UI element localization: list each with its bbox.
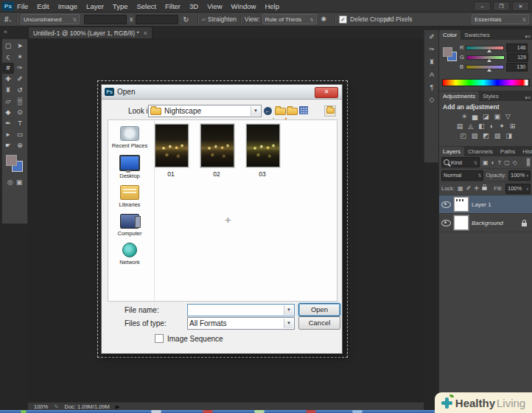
taskbar-item[interactable] (306, 410, 316, 413)
taskbar-item[interactable] (352, 410, 363, 413)
chevron-down-icon[interactable]: ▼ (284, 305, 293, 315)
tool-history-brush[interactable]: ↺ (14, 85, 26, 96)
gradient-map-icon[interactable]: ◨ (505, 131, 512, 141)
fill-value[interactable]: 100%▾ (505, 184, 531, 194)
menu-select[interactable]: Select (136, 2, 155, 10)
foreground-color-swatch[interactable] (6, 155, 17, 166)
filter-pixel-icon[interactable]: ▣ (483, 159, 489, 166)
background-thumbnail[interactable] (454, 215, 469, 230)
tool-clone-stamp[interactable]: ♜ (2, 85, 14, 96)
chevron-down-icon[interactable]: ▼ (284, 319, 293, 328)
open-button[interactable]: Open (298, 303, 340, 316)
menu-filter[interactable]: Filter (165, 2, 181, 10)
hue-saturation-icon[interactable]: ▤ (457, 122, 463, 131)
tab-layers[interactable]: Layers (439, 147, 464, 156)
lock-paint-icon[interactable]: ✐ (466, 185, 472, 192)
taskbar-item[interactable] (203, 410, 213, 413)
tool-dodge[interactable]: ⊙ (14, 107, 26, 118)
place-network[interactable]: Network (108, 243, 151, 266)
start-orb-icon[interactable] (21, 410, 27, 413)
tab-swatches[interactable]: Swatches (461, 30, 494, 40)
opacity-value[interactable]: 100%▾ (508, 170, 531, 181)
filter-type-icon[interactable]: T (497, 159, 501, 166)
crop-width-field[interactable] (84, 15, 127, 24)
file-thumbnail-01[interactable] (155, 124, 189, 167)
visibility-eye-icon[interactable] (441, 201, 451, 208)
blend-mode-dropdown[interactable]: Normal⇅ (441, 170, 483, 181)
quick-mask-icon[interactable]: ◎ (7, 178, 13, 186)
place-libraries[interactable]: Libraries (108, 185, 151, 208)
delete-cropped-pixels-checkbox[interactable]: ✓ (339, 15, 347, 24)
tool-move[interactable]: ➤ (14, 41, 26, 52)
blue-value[interactable]: 130 (506, 63, 528, 72)
look-in-dropdown[interactable]: Nightscape ▼ (148, 105, 262, 117)
taskbar-item[interactable] (254, 410, 265, 413)
brightness-contrast-icon[interactable]: ☀ (461, 112, 467, 122)
tool-eyedropper[interactable]: ✑ (14, 63, 26, 74)
background-name[interactable]: Background (472, 220, 503, 226)
menu-view[interactable]: View (207, 2, 222, 10)
tool-magic-wand[interactable]: ✶ (14, 52, 26, 63)
close-button[interactable]: ✕ (512, 1, 529, 11)
tool-hand[interactable]: ☛ (2, 140, 14, 151)
dialog-close-button[interactable]: ✕ (315, 87, 338, 98)
tab-adjustments[interactable]: Adjustments (439, 91, 479, 101)
tab-history[interactable]: History (519, 147, 532, 156)
back-button-icon[interactable]: ← (262, 106, 273, 116)
tab-color[interactable]: Color (439, 30, 461, 40)
filter-adjustment-icon[interactable]: ◐ (491, 159, 495, 166)
tab-paths[interactable]: Paths (497, 147, 519, 156)
zoom-level-field[interactable]: 100% (34, 403, 48, 410)
character-panel-icon[interactable]: A (430, 71, 434, 78)
file-name-input[interactable]: ▼ (187, 304, 295, 316)
straighten-button[interactable]: Straighten (208, 15, 237, 23)
filter-smart-object-icon[interactable]: ◇ (513, 159, 517, 166)
place-computer[interactable]: Computer (108, 214, 151, 237)
menu-help[interactable]: Help (265, 2, 279, 10)
tool-pen[interactable]: ✒ (2, 118, 14, 129)
crop-options-gear-icon[interactable]: ✱ (321, 15, 327, 23)
color-spectrum-bar[interactable] (442, 79, 530, 86)
reset-crop-icon[interactable]: ↺ (385, 15, 391, 24)
red-value[interactable]: 146 (506, 44, 528, 52)
minimize-button[interactable]: – (474, 1, 491, 11)
file-label-02[interactable]: 02 (200, 170, 233, 178)
menu-layer[interactable]: Layer (86, 2, 104, 10)
file-label-01[interactable]: 01 (155, 170, 187, 178)
invert-icon[interactable]: ◰ (460, 131, 466, 141)
filter-toggle-icon[interactable] (526, 158, 531, 167)
file-label-03[interactable]: 03 (246, 170, 279, 178)
tool-spot-healing-brush[interactable]: ✚ (2, 74, 14, 85)
tool-blur[interactable]: ◆ (2, 107, 14, 118)
tool-brush[interactable]: ✐ (14, 74, 26, 85)
new-folder-icon[interactable]: ✦ (287, 106, 297, 116)
place-desktop[interactable]: Desktop (108, 155, 151, 179)
cancel-button[interactable]: Cancel (298, 316, 340, 330)
menu-edit[interactable]: Edit (37, 2, 49, 10)
crop-height-field[interactable] (136, 15, 178, 24)
blue-slider[interactable] (466, 65, 504, 69)
black-white-icon[interactable]: ◧ (478, 122, 485, 131)
tool-rectangular-marquee[interactable]: ▢ (2, 41, 14, 52)
tab-channels[interactable]: Channels (464, 147, 497, 156)
tool-path-selection[interactable]: ▸ (2, 129, 14, 140)
place-recent-places[interactable]: Recent Places (108, 126, 151, 149)
panel-menu-icon[interactable]: ▾≡ (525, 95, 532, 101)
color-lookup-icon[interactable]: ⊞ (510, 122, 516, 131)
layer1-thumbnail[interactable] (454, 197, 469, 212)
layer1-name[interactable]: Layer 1 (472, 201, 491, 208)
red-slider[interactable] (466, 46, 504, 50)
curves-icon[interactable]: ◪ (483, 112, 489, 122)
tool-gradient[interactable]: ▒ (14, 96, 26, 107)
visibility-eye-icon[interactable] (441, 220, 451, 226)
preview-pane-icon[interactable] (324, 105, 336, 117)
layer-row-layer1[interactable]: Layer 1 (439, 195, 532, 214)
brush-presets-icon[interactable]: ✑ (429, 46, 435, 53)
collapse-tools-icon[interactable]: « (4, 28, 7, 35)
file-thumbnail-02[interactable] (200, 124, 234, 167)
tool-crop[interactable]: # (2, 63, 14, 74)
photo-filter-icon[interactable]: ◐ (490, 122, 494, 131)
up-one-level-icon[interactable]: ↑ (275, 106, 285, 116)
3d-panel-icon[interactable]: ◇ (430, 96, 435, 103)
restore-button[interactable]: ❐ (493, 1, 510, 11)
